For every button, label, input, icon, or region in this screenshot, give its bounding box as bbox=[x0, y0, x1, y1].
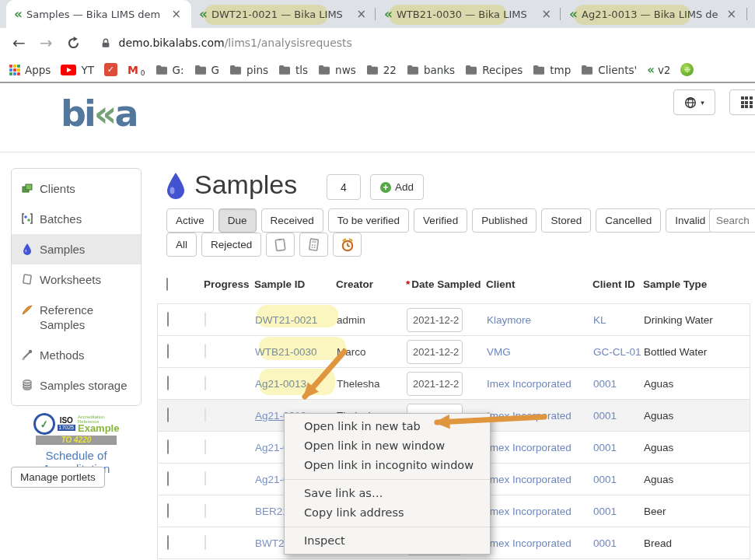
client-id-link[interactable]: KL bbox=[593, 314, 606, 326]
menu-item-open-link-new-tab[interactable]: Open link in new tab bbox=[285, 417, 490, 436]
date-sampled-input[interactable] bbox=[407, 340, 463, 364]
bookmark-gmail[interactable]: M 0 bbox=[128, 63, 145, 77]
col-creator[interactable]: Creator bbox=[336, 278, 406, 290]
sidebar-item-samples-storage[interactable]: Samples storage bbox=[12, 370, 141, 401]
row-checkbox[interactable] bbox=[167, 439, 169, 454]
filter-invalid[interactable]: Invalid bbox=[666, 208, 715, 233]
sample-count-input[interactable] bbox=[327, 174, 361, 200]
col-client-id[interactable]: Client ID bbox=[592, 278, 643, 290]
date-sampled-input[interactable] bbox=[407, 372, 463, 396]
sample-id-link[interactable]: BWT2 bbox=[255, 537, 285, 549]
client-id-link[interactable]: 0001 bbox=[593, 506, 617, 517]
bika-logo[interactable]: bi«a bbox=[61, 96, 136, 131]
bookmark-bika-v2[interactable]: « v2 bbox=[647, 63, 670, 77]
menu-item-open-link-incognito[interactable]: Open link in incognito window bbox=[285, 456, 490, 475]
client-link[interactable]: Imex Incorporated bbox=[487, 474, 571, 485]
client-id-link[interactable]: GC-CL-01 bbox=[593, 346, 641, 358]
sample-id-link[interactable]: Ag21-0013 bbox=[255, 378, 306, 390]
bookmark-folder-pins[interactable]: pins bbox=[229, 64, 268, 76]
menu-item-open-link-new-window[interactable]: Open link in new window bbox=[285, 436, 490, 456]
row-checkbox[interactable] bbox=[167, 503, 169, 518]
bookmark-folder-g[interactable]: G bbox=[194, 64, 219, 76]
reload-button[interactable] bbox=[67, 37, 80, 50]
menu-item-inspect[interactable]: Inspect bbox=[285, 531, 490, 551]
filter-rejected[interactable]: Rejected bbox=[201, 233, 261, 257]
sidebar-item-samples[interactable]: Samples bbox=[12, 234, 141, 264]
manage-portlets-button[interactable]: Manage portlets bbox=[11, 467, 105, 488]
tab-close-icon[interactable]: × bbox=[539, 7, 554, 21]
row-checkbox[interactable] bbox=[167, 344, 169, 359]
client-link[interactable]: Imex Incorporated bbox=[487, 410, 571, 422]
col-date-sampled[interactable]: *Date Sampled bbox=[406, 278, 486, 290]
filter-published[interactable]: Published bbox=[472, 208, 537, 233]
client-link[interactable]: Klaymore bbox=[487, 314, 531, 326]
bookmark-folder-banks[interactable]: banks bbox=[407, 64, 455, 76]
browser-tab-wtb21-0030[interactable]: « WTB21-0030 — Bika LIMS × bbox=[376, 0, 561, 28]
apps-menu-button[interactable]: ▾ bbox=[729, 89, 755, 115]
filter-active[interactable]: Active bbox=[166, 208, 214, 233]
filter-due[interactable]: Due bbox=[218, 208, 257, 233]
bookmark-folder-g-drive[interactable]: G: bbox=[156, 64, 184, 76]
filter-all[interactable]: All bbox=[166, 233, 197, 257]
client-id-link[interactable]: 0001 bbox=[593, 537, 617, 549]
browser-tab-samples[interactable]: « Samples — Bika LIMS dem × bbox=[6, 0, 191, 28]
bookmark-todoist[interactable]: ✓ bbox=[104, 63, 117, 76]
row-checkbox[interactable] bbox=[167, 312, 169, 327]
bookmark-youtube[interactable]: YT bbox=[61, 64, 94, 76]
row-checkbox[interactable] bbox=[167, 471, 169, 486]
client-link[interactable]: VMG bbox=[487, 346, 511, 358]
late-samples-button[interactable] bbox=[333, 233, 362, 257]
col-sample-type[interactable]: Sample Type bbox=[643, 278, 750, 290]
sidebar-item-methods[interactable]: Methods bbox=[12, 340, 141, 370]
client-link[interactable]: Imex Incorporated bbox=[487, 537, 571, 549]
filter-stored[interactable]: Stored bbox=[541, 208, 591, 233]
sidebar-item-worksheets[interactable]: Worksheets bbox=[12, 264, 141, 295]
menu-item-copy-link-address[interactable]: Copy link address bbox=[285, 503, 490, 523]
select-all-checkbox[interactable] bbox=[166, 278, 168, 291]
language-menu-button[interactable]: ▾ bbox=[673, 89, 715, 115]
sidebar-item-batches[interactable]: Batches bbox=[12, 204, 141, 234]
col-client[interactable]: Client bbox=[486, 278, 592, 290]
sample-id-link[interactable]: WTB21-0030 bbox=[255, 346, 317, 358]
filter-verified[interactable]: Verified bbox=[414, 208, 467, 233]
filter-to-be-verified[interactable]: To be verified bbox=[328, 208, 409, 233]
row-checkbox[interactable] bbox=[167, 535, 169, 550]
tab-close-icon[interactable]: × bbox=[169, 7, 184, 21]
row-checkbox[interactable] bbox=[167, 376, 169, 390]
filter-cancelled[interactable]: Cancelled bbox=[596, 208, 661, 233]
bookmark-folder-recipes[interactable]: Recipes bbox=[465, 64, 523, 76]
sidebar-item-clients[interactable]: Clients bbox=[12, 173, 141, 204]
print-samplesheets-button[interactable] bbox=[266, 233, 295, 257]
client-id-link[interactable]: 0001 bbox=[593, 378, 617, 390]
bookmark-folder-tls[interactable]: tls bbox=[278, 64, 308, 76]
filter-received[interactable]: Received bbox=[261, 208, 323, 233]
bookmark-folder-clients[interactable]: Clients' bbox=[581, 64, 637, 76]
bookmark-folder-nws[interactable]: nws bbox=[318, 64, 356, 76]
address-bar[interactable]: demo.bikalabs.com/lims1/analysisrequests bbox=[119, 37, 352, 49]
forward-button[interactable]: → bbox=[40, 33, 53, 52]
col-sample-id[interactable]: Sample ID bbox=[254, 278, 336, 290]
add-button[interactable]: + Add bbox=[370, 174, 424, 200]
bookmark-leaf[interactable]: ❉ bbox=[680, 63, 694, 76]
tab-close-icon[interactable]: × bbox=[724, 7, 739, 21]
sample-id-link[interactable]: DWT21-0021 bbox=[255, 314, 317, 326]
client-id-link[interactable]: 0001 bbox=[593, 442, 617, 453]
menu-item-save-link-as[interactable]: Save link as… bbox=[285, 484, 490, 503]
client-link[interactable]: Imex Incorporated bbox=[487, 442, 571, 453]
bookmark-folder-tmp[interactable]: tmp bbox=[533, 64, 571, 76]
bookmark-apps[interactable]: Apps bbox=[9, 64, 51, 76]
browser-tab-ag21-0013[interactable]: « Ag21-0013 — Bika LIMS de × bbox=[561, 0, 746, 28]
tab-close-icon[interactable]: × bbox=[354, 7, 369, 21]
browser-tab-dwt21-0021[interactable]: « DWT21-0021 — Bika LIMS × bbox=[191, 0, 376, 28]
date-sampled-input[interactable] bbox=[407, 308, 463, 332]
print-stickers-button[interactable] bbox=[299, 233, 328, 257]
sidebar-item-reference-samples[interactable]: Reference Samples bbox=[12, 295, 141, 340]
search-input[interactable] bbox=[709, 208, 755, 233]
back-button[interactable]: ← bbox=[12, 33, 26, 52]
client-id-link[interactable]: 0001 bbox=[593, 474, 617, 485]
row-checkbox[interactable] bbox=[167, 408, 169, 422]
client-id-link[interactable]: 0001 bbox=[593, 410, 617, 422]
client-link[interactable]: Imex Incorporated bbox=[487, 378, 571, 390]
bookmark-folder-22[interactable]: 22 bbox=[366, 64, 397, 76]
client-link[interactable]: Imex Incorporated bbox=[487, 506, 571, 517]
